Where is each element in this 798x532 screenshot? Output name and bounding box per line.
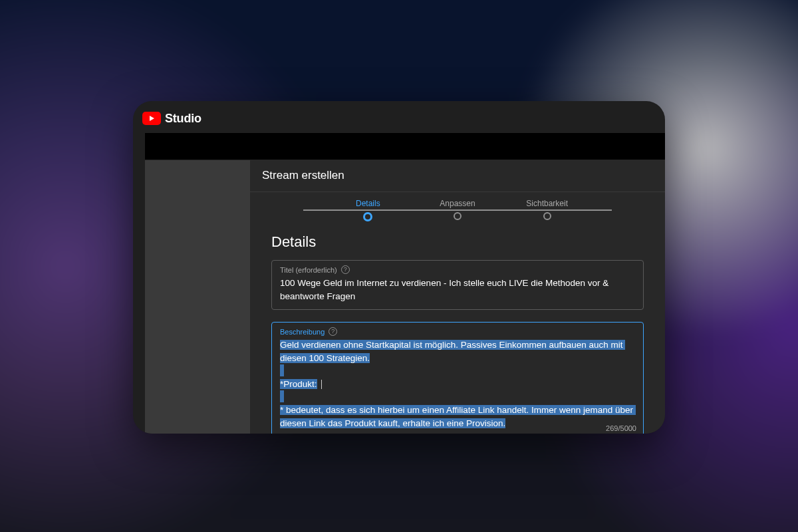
description-field-label: Beschreibung xyxy=(280,328,325,336)
desc-line-3: * bedeutet, dass es sich hierbei um eine… xyxy=(280,405,636,428)
sidebar-placeholder xyxy=(145,160,250,434)
step-label: Anpassen xyxy=(440,199,475,208)
stepper-connector xyxy=(303,209,612,211)
form-area: Details Titel (erforderlich) ? 100 Wege … xyxy=(250,231,665,434)
desc-line-1: Geld verdienen ohne Startkapital ist mög… xyxy=(280,340,625,363)
help-icon[interactable]: ? xyxy=(341,265,350,274)
dialog-title: Stream erstellen xyxy=(250,160,665,192)
titlebar: Studio xyxy=(133,101,665,133)
step-dot-icon xyxy=(363,212,372,221)
title-input[interactable]: 100 Wege Geld im Internet zu verdienen -… xyxy=(280,277,635,303)
youtube-play-icon xyxy=(142,112,161,125)
char-count: 269/5000 xyxy=(606,424,636,432)
desc-blank-2 xyxy=(280,390,284,402)
desc-blank-1 xyxy=(280,364,284,376)
text-cursor-icon xyxy=(321,380,322,389)
description-textarea[interactable]: Geld verdienen ohne Startkapital ist mög… xyxy=(280,338,635,430)
title-field-label: Titel (erforderlich) xyxy=(280,266,337,274)
step-label: Sichtbarkeit xyxy=(526,199,568,208)
studio-window: Studio Stream erstellen Details Anpassen xyxy=(133,101,665,434)
tab-strip xyxy=(145,133,665,160)
create-stream-dialog: Stream erstellen Details Anpassen Sichtb… xyxy=(250,160,665,434)
main-column: Stream erstellen Details Anpassen Sichtb… xyxy=(250,133,665,434)
brand-name: Studio xyxy=(165,112,201,126)
step-dot-icon xyxy=(454,212,462,220)
section-heading: Details xyxy=(271,233,644,251)
stepper: Details Anpassen Sichtbarkeit xyxy=(250,192,665,231)
title-field[interactable]: Titel (erforderlich) ? 100 Wege Geld im … xyxy=(271,260,644,310)
step-dot-icon xyxy=(543,212,551,220)
body-area: Stream erstellen Details Anpassen Sichtb… xyxy=(145,133,665,434)
help-icon[interactable]: ? xyxy=(329,327,337,336)
step-label: Details xyxy=(356,199,380,208)
description-field[interactable]: Beschreibung ? Geld verdienen ohne Start… xyxy=(271,322,644,434)
studio-logo[interactable]: Studio xyxy=(142,112,201,126)
desc-line-2: *Produkt: xyxy=(280,379,317,389)
